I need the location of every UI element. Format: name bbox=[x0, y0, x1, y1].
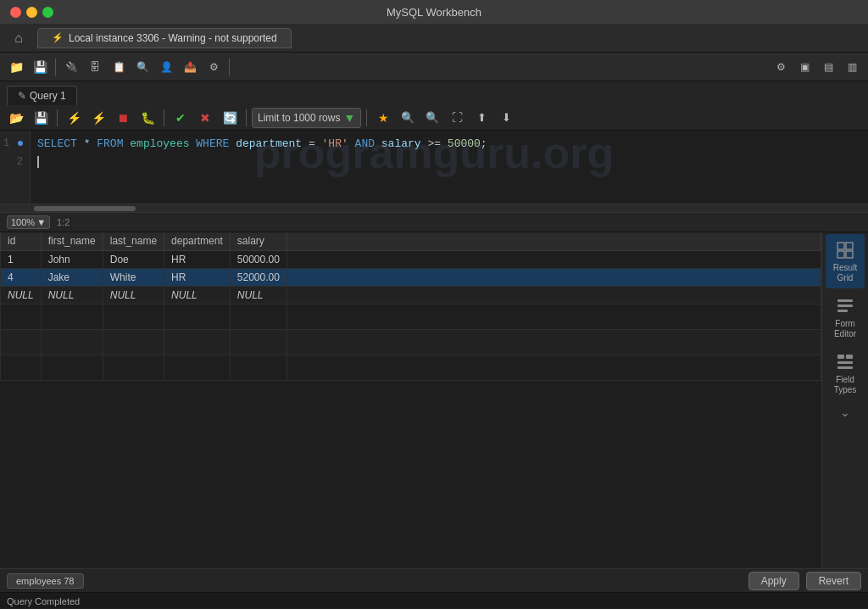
cell-empty3 bbox=[41, 355, 103, 381]
svg-rect-6 bbox=[837, 310, 848, 312]
result-section: Result Grid ⊞ ↻ Filter Rows: 🔍 Search Ed… bbox=[0, 204, 868, 609]
query-tab-icon: ✎ bbox=[18, 90, 26, 102]
result-grid-panel-btn[interactable]: ResultGrid bbox=[826, 234, 865, 288]
nav-bar: ⌂ ⚡ Local instance 3306 - Warning - not … bbox=[0, 24, 868, 53]
svg-rect-2 bbox=[837, 251, 844, 258]
reconnect-btn[interactable]: 🔌 bbox=[60, 56, 82, 78]
table-row-empty3[interactable] bbox=[1, 355, 821, 381]
cell-null-sal: NULL bbox=[230, 287, 287, 304]
apply-button[interactable]: Apply bbox=[748, 572, 799, 590]
export-btn[interactable]: 📤 bbox=[179, 56, 201, 78]
cell-fname-2: Jake bbox=[41, 269, 103, 287]
result-table: id first_name last_name department salar… bbox=[0, 231, 821, 381]
sep5 bbox=[246, 109, 247, 126]
import-btn[interactable]: ⬇ bbox=[495, 107, 517, 129]
execute-btn[interactable]: ⚡ bbox=[63, 107, 85, 129]
sep2 bbox=[229, 59, 230, 75]
cell-id-1: 1 bbox=[1, 251, 42, 269]
cell-empty2 bbox=[287, 330, 821, 355]
table-body: 1 John Doe HR 50000.00 4 Jake White bbox=[1, 251, 821, 381]
punct-space7 bbox=[375, 137, 381, 150]
svg-rect-9 bbox=[837, 361, 853, 364]
punct-space bbox=[77, 137, 84, 150]
sidebar-more-btn[interactable]: ⌄ bbox=[826, 402, 865, 422]
cancel-btn[interactable]: ✖ bbox=[194, 107, 216, 129]
revert-button[interactable]: Revert bbox=[806, 572, 861, 590]
result-table-container[interactable]: id first_name last_name department salar… bbox=[0, 231, 821, 568]
table-row[interactable]: 1 John Doe HR 50000.00 bbox=[1, 251, 821, 269]
fullscreen-btn[interactable]: ⛶ bbox=[446, 107, 468, 129]
result-grid-panel-label: ResultGrid bbox=[833, 263, 857, 283]
header-row: id first_name last_name department salar… bbox=[1, 232, 821, 251]
panel1-btn[interactable]: ▣ bbox=[793, 56, 815, 78]
zoom-btn[interactable]: 🔍 bbox=[421, 107, 443, 129]
instance-tab[interactable]: ⚡ Local instance 3306 - Warning - not su… bbox=[37, 28, 292, 48]
zoom-value: 100% bbox=[11, 217, 35, 227]
editor-content: 1 2 SELECT * FROM employees bbox=[0, 131, 868, 204]
cell-empty3 bbox=[164, 355, 231, 381]
punct-space2 bbox=[90, 137, 97, 150]
inspect-btn[interactable]: 🔍 bbox=[131, 56, 153, 78]
open-file-btn[interactable]: 📂 bbox=[5, 107, 27, 129]
cell-null-id: NULL bbox=[1, 287, 42, 304]
table-btn[interactable]: 📋 bbox=[108, 56, 130, 78]
schema-btn[interactable]: 🗄 bbox=[84, 56, 106, 78]
search-btn[interactable]: 🔍 bbox=[397, 107, 419, 129]
cell-empty2 bbox=[230, 330, 287, 355]
table-row-empty2[interactable] bbox=[1, 330, 821, 355]
save-file-btn[interactable]: 💾 bbox=[30, 107, 52, 129]
cell-lname-2: White bbox=[103, 269, 164, 287]
table-tab[interactable]: employees 78 bbox=[7, 573, 84, 589]
result-area: Result Grid ⊞ ↻ Filter Rows: 🔍 Search Ed… bbox=[0, 204, 868, 568]
check-btn[interactable]: ✔ bbox=[170, 107, 192, 129]
query-tab[interactable]: ✎ Query 1 bbox=[7, 86, 77, 105]
form-editor-panel-btn[interactable]: FormEditor bbox=[826, 290, 865, 344]
window-controls[interactable] bbox=[10, 7, 53, 18]
zoom-selector[interactable]: 100% ▼ bbox=[7, 215, 50, 229]
save-btn[interactable]: 💾 bbox=[29, 56, 51, 78]
refresh-btn[interactable]: 🔄 bbox=[219, 107, 241, 129]
form-editor-icon bbox=[834, 295, 856, 317]
limit-dropdown[interactable]: Limit to 1000 rows ▼ bbox=[252, 108, 361, 128]
debug-btn[interactable]: 🐛 bbox=[136, 107, 159, 129]
table-row[interactable]: 4 Jake White HR 52000.00 bbox=[1, 269, 821, 287]
scrollbar-thumb[interactable] bbox=[34, 206, 136, 211]
zoom-bar: 100% ▼ 1:2 bbox=[0, 212, 868, 232]
editor-scrollbar[interactable] bbox=[0, 204, 868, 212]
settings-icon[interactable]: ⚙ bbox=[770, 56, 792, 78]
code-editor[interactable]: SELECT * FROM employees WHERE department… bbox=[31, 131, 868, 204]
export2-btn[interactable]: ⬆ bbox=[470, 107, 492, 129]
svg-rect-1 bbox=[846, 243, 853, 249]
minimize-button[interactable] bbox=[26, 7, 37, 18]
cell-extra-2 bbox=[287, 269, 821, 287]
svg-rect-7 bbox=[837, 355, 844, 359]
svg-rect-0 bbox=[837, 243, 844, 249]
maximize-button[interactable] bbox=[42, 7, 53, 18]
panel2-btn[interactable]: ▤ bbox=[817, 56, 839, 78]
sep1 bbox=[55, 59, 56, 75]
close-button[interactable] bbox=[10, 7, 21, 18]
code-line-1: SELECT * FROM employees WHERE department… bbox=[37, 134, 861, 153]
stop-btn[interactable]: ⏹ bbox=[112, 107, 134, 129]
svg-rect-8 bbox=[846, 355, 853, 359]
cell-dept-1: HR bbox=[164, 251, 231, 269]
code-line-2[interactable] bbox=[37, 153, 861, 171]
user-btn[interactable]: 👤 bbox=[155, 56, 177, 78]
table-row-empty1[interactable] bbox=[1, 304, 821, 330]
col-header-id: id bbox=[1, 232, 42, 251]
table-row[interactable]: NULL NULL NULL NULL NULL bbox=[1, 287, 821, 304]
cell-empty bbox=[230, 304, 287, 330]
main-toolbar: 📁 💾 🔌 🗄 📋 🔍 👤 📤 ⚙ ⚙ ▣ ▤ ▥ bbox=[0, 53, 868, 81]
line-num-2: 2 bbox=[17, 153, 23, 171]
config-btn[interactable]: ⚙ bbox=[203, 56, 225, 78]
cell-empty2 bbox=[41, 330, 103, 355]
cell-empty3 bbox=[230, 355, 287, 381]
field-types-panel-btn[interactable]: FieldTypes bbox=[826, 346, 865, 400]
open-folder-btn[interactable]: 📁 bbox=[5, 56, 27, 78]
home-icon[interactable]: ⌂ bbox=[7, 26, 31, 50]
sep3 bbox=[57, 109, 58, 126]
star-btn[interactable]: ★ bbox=[372, 107, 394, 129]
execute-current-btn[interactable]: ⚡ bbox=[87, 107, 109, 129]
cell-empty2 bbox=[164, 330, 231, 355]
panel3-btn[interactable]: ▥ bbox=[841, 56, 863, 78]
